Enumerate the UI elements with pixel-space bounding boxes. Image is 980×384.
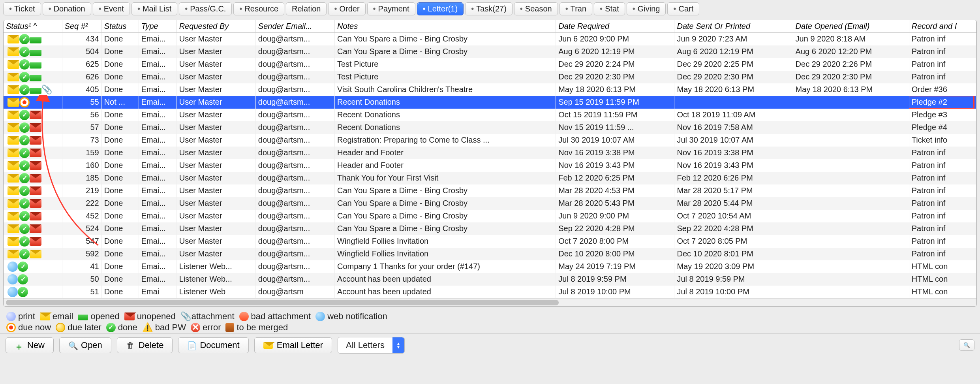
legend-done: done <box>118 322 137 333</box>
table-row[interactable]: 55Not ...Emai...User Masterdoug@artsm...… <box>4 96 976 109</box>
cell-date-opened: Dec 29 2020 2:30 PM <box>793 71 909 83</box>
table-row[interactable]: 434DoneEmai...User Masterdoug@artsm...Ca… <box>4 33 976 45</box>
cell-seq: 160 <box>62 159 101 172</box>
table-row[interactable]: 219DoneEmai...User Masterdoug@artsm...Ca… <box>4 184 976 197</box>
cell-notes: Header and Footer <box>334 147 556 159</box>
envelope-icon <box>8 250 19 258</box>
envelope-icon <box>8 149 19 157</box>
table-row[interactable]: 57DoneEmai...User Masterdoug@artsm...Rec… <box>4 121 976 134</box>
col-requested-by[interactable]: Requested By <box>176 20 255 33</box>
cell-date-sent: Oct 7 2020 10:54 AM <box>674 210 793 222</box>
opened-icon <box>30 73 41 81</box>
envelope-icon <box>8 123 19 132</box>
cell-status: Done <box>101 134 139 147</box>
tab-label: Relation <box>292 4 321 13</box>
cell-status: Done <box>101 159 139 172</box>
tab-order[interactable]: •Order <box>328 2 365 15</box>
col-seq[interactable]: Seq #² <box>62 20 101 33</box>
tab-task-27-[interactable]: •Task(27) <box>465 2 513 15</box>
col-date-required[interactable]: Date Required <box>556 20 674 33</box>
horizontal-scrollbar[interactable] <box>4 298 976 306</box>
envelope-icon <box>8 186 19 195</box>
col-record[interactable]: Record and I <box>909 20 976 33</box>
table-row[interactable]: 185DoneEmai...User Masterdoug@artsm...Th… <box>4 172 976 184</box>
cell-date-sent: Sep 22 2020 4:28 PM <box>674 222 793 235</box>
table-row[interactable]: 56DoneEmai...User Masterdoug@artsm...Rec… <box>4 109 976 121</box>
check-icon <box>18 262 28 272</box>
cell-notes: Visit South Carolina Children's Theatre <box>334 83 556 96</box>
delete-button[interactable]: 🗑Delete <box>117 337 173 353</box>
col-status[interactable]: Status <box>101 20 139 33</box>
table-row[interactable]: 222DoneEmai...User Masterdoug@artsm...Ca… <box>4 197 976 210</box>
scrollbar-thumb[interactable] <box>6 300 559 305</box>
col-date-opened[interactable]: Date Opened (Email) <box>793 20 909 33</box>
new-button[interactable]: ＋New <box>6 337 54 353</box>
cell-status: Done <box>101 172 139 184</box>
table-row[interactable]: 524DoneEmai...User Masterdoug@artsm...Ca… <box>4 222 976 235</box>
filter-select[interactable]: All Letters ▲▼ <box>338 337 405 354</box>
table-row[interactable]: 504DoneEmai...User Masterdoug@artsm...Ca… <box>4 45 976 58</box>
open-button[interactable]: 🔍Open <box>59 337 111 353</box>
dot-icon: • <box>673 4 676 13</box>
tab-cart[interactable]: •Cart <box>667 2 699 15</box>
tab-event[interactable]: •Event <box>93 2 130 15</box>
tab-resource[interactable]: •Resource <box>233 2 284 15</box>
table-row[interactable]: 626DoneEmai...User Masterdoug@artsm...Te… <box>4 71 976 83</box>
table-row[interactable]: 452DoneEmai...User Masterdoug@artsm...Ca… <box>4 210 976 222</box>
cell-date-opened <box>793 109 909 121</box>
tab-donation[interactable]: •Donation <box>43 2 91 15</box>
tab-ticket[interactable]: •Ticket <box>3 2 41 15</box>
tab-relation[interactable]: Relation <box>286 2 327 15</box>
cell-record: Patron inf <box>909 197 976 210</box>
col-type[interactable]: Type <box>139 20 176 33</box>
tab-label: Donation <box>54 4 85 13</box>
table-row[interactable]: 41DoneEmai...Listener Web...doug@artsm..… <box>4 260 976 273</box>
table-row[interactable]: 547DoneEmai...User Masterdoug@artsm...Wi… <box>4 235 976 248</box>
col-notes[interactable]: Notes <box>334 20 556 33</box>
email-letter-button[interactable]: Email Letter <box>254 337 332 353</box>
cell-record: Patron inf <box>909 58 976 71</box>
tab-giving[interactable]: •Giving <box>627 2 666 15</box>
table-row[interactable]: 📎405DoneEmai...User Masterdoug@artsm...V… <box>4 83 976 96</box>
cell-type: Emai... <box>139 96 176 109</box>
cell-date-required: Oct 15 2019 11:59 PM <box>556 109 674 121</box>
table-row[interactable]: 50DoneEmai...Listener Web...doug@artsm..… <box>4 273 976 286</box>
table-row[interactable]: 159DoneEmai...User Masterdoug@artsm...He… <box>4 147 976 159</box>
table-row[interactable]: 592DoneEmai...User Masterdoug@artsm...Wi… <box>4 248 976 260</box>
table-row[interactable]: 160DoneEmai...User Masterdoug@artsm...He… <box>4 159 976 172</box>
tab-season[interactable]: •Season <box>514 2 558 15</box>
cell-date-required: Dec 10 2020 8:00 PM <box>556 248 674 260</box>
cell-status: Done <box>101 33 139 45</box>
trash-icon: 🗑 <box>126 341 135 350</box>
cell-date-opened: Jun 9 2020 8:18 AM <box>793 33 909 45</box>
search-button[interactable]: 🔍 <box>959 339 974 351</box>
tab-pass-g-c-[interactable]: •Pass/G.C. <box>179 2 232 15</box>
table-row[interactable]: 625DoneEmai...User Masterdoug@artsm...Te… <box>4 58 976 71</box>
tab-mail-list[interactable]: •Mail List <box>131 2 177 15</box>
check-icon <box>19 85 30 95</box>
cell-requested-by: User Master <box>176 96 255 109</box>
table-row[interactable]: 51DoneEmaiListener Webdoug@artsmAccount … <box>4 286 976 298</box>
dot-icon: • <box>334 4 337 13</box>
tab-letter-1-[interactable]: •Letter(1) <box>417 2 464 15</box>
cell-date-required: Oct 7 2020 8:00 PM <box>556 235 674 248</box>
cell-requested-by: User Master <box>176 222 255 235</box>
grid-header[interactable]: Status¹ ^ Seq #² Status Type Requested B… <box>4 20 976 33</box>
cell-record: Patron inf <box>909 147 976 159</box>
table-row[interactable]: 73DoneEmai...User Masterdoug@artsm...Reg… <box>4 134 976 147</box>
open-label: Open <box>81 340 102 350</box>
tab-stat[interactable]: •Stat <box>594 2 625 15</box>
col-sender-email[interactable]: Sender Email... <box>255 20 334 33</box>
cell-status: Done <box>101 121 139 134</box>
grid-body[interactable]: 434DoneEmai...User Masterdoug@artsm...Ca… <box>4 33 976 298</box>
envelope-icon <box>8 85 19 94</box>
cell-sender: doug@artsm... <box>255 134 334 147</box>
attachment-icon: 📎 <box>41 85 50 95</box>
check-icon <box>19 122 30 133</box>
col-status1[interactable]: Status¹ ^ <box>4 20 62 33</box>
document-button[interactable]: 📄Document <box>178 337 248 353</box>
tab-tran[interactable]: •Tran <box>559 2 592 15</box>
cell-status: Done <box>101 222 139 235</box>
tab-payment[interactable]: •Payment <box>367 2 415 15</box>
col-date-sent[interactable]: Date Sent Or Printed <box>674 20 793 33</box>
